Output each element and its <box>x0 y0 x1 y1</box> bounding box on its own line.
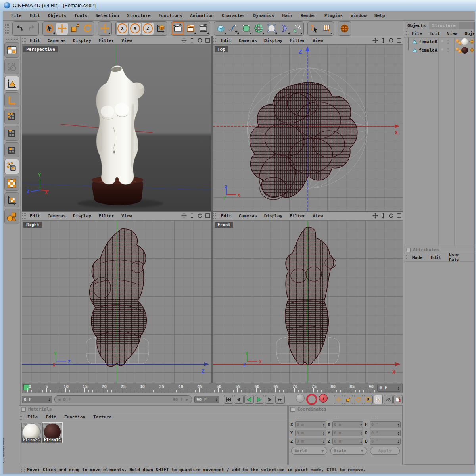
object-row-femaleB[interactable]: femaleB <box>404 38 474 46</box>
vp-menu-view[interactable]: View <box>118 37 135 44</box>
redo-button[interactable] <box>26 22 38 35</box>
animation-mode-button[interactable] <box>4 159 19 174</box>
objects-menu-edit[interactable]: Edit <box>426 30 444 37</box>
vp-menu-filter[interactable]: Filter <box>286 37 309 44</box>
menu-help[interactable]: Help <box>370 12 389 19</box>
editor-visibility-dot[interactable] <box>447 48 449 50</box>
zoom-icon[interactable] <box>380 213 387 219</box>
coordinate-system-button[interactable] <box>154 22 167 35</box>
play-button[interactable] <box>255 395 264 404</box>
move-global-button[interactable] <box>99 22 111 35</box>
materials-menu-file[interactable]: File <box>23 414 42 420</box>
goto-start-button[interactable] <box>224 395 233 404</box>
menu-window[interactable]: Window <box>347 12 370 19</box>
position-x-input[interactable]: 0 m▲▼ <box>295 421 326 428</box>
objects-menu-view[interactable]: View <box>443 30 461 37</box>
command-manager-button[interactable]: ? <box>321 22 333 35</box>
apply-button[interactable]: Apply <box>370 447 400 455</box>
add-array-button[interactable] <box>253 22 265 35</box>
menu-selection[interactable]: Selection <box>91 12 123 19</box>
object-mode-button[interactable] <box>4 209 19 224</box>
vp-menu-edit[interactable]: Edit <box>218 37 235 44</box>
attributes-menu-userdata[interactable]: User Data <box>445 251 474 263</box>
visibility-tag-dot[interactable] <box>458 42 461 45</box>
viewport-header-grip[interactable] <box>22 213 26 219</box>
menu-animation[interactable]: Animation <box>186 12 218 19</box>
object-axis-mode-button[interactable] <box>4 92 19 107</box>
add-generator-button[interactable] <box>240 22 252 35</box>
maximize-view-icon[interactable] <box>395 37 403 44</box>
material-blinn2S[interactable]: blinn2S <box>21 423 41 443</box>
tab-structure[interactable]: Structure <box>429 22 459 29</box>
top-canvas[interactable]: Top Z <box>213 45 403 211</box>
size-x-input[interactable]: 0 m▲▼ <box>332 421 363 428</box>
texture-axis-mode-button[interactable] <box>4 192 19 207</box>
vp-menu-filter[interactable]: Filter <box>286 213 309 219</box>
add-spline-button[interactable] <box>227 22 240 35</box>
panel-pin-icon[interactable] <box>406 248 411 252</box>
panel-pin-icon[interactable] <box>290 407 295 412</box>
phong-tag-icon[interactable] <box>469 47 474 53</box>
motion-clip-button[interactable] <box>393 395 403 404</box>
end-frame-input[interactable]: 90 F ▲▼ <box>194 396 219 403</box>
play-backward-button[interactable] <box>244 395 254 404</box>
vp-menu-view[interactable]: View <box>309 213 326 219</box>
rotate-view-icon[interactable] <box>196 213 203 219</box>
record-disabled-button[interactable] <box>296 394 305 403</box>
key-pla-button[interactable] <box>374 395 383 404</box>
polygons-mode-button[interactable] <box>4 142 19 157</box>
frame-field[interactable]: 0 F ▲▼ <box>377 384 401 392</box>
pan-icon[interactable] <box>372 213 379 219</box>
menu-render[interactable]: Render <box>297 12 321 19</box>
maximize-view-icon[interactable] <box>204 37 211 44</box>
rotate-tool-button[interactable] <box>81 22 94 35</box>
key-rotation-button[interactable] <box>354 395 363 404</box>
pan-icon[interactable] <box>180 213 188 219</box>
menu-file[interactable]: File <box>7 12 26 19</box>
help-button[interactable]: ? <box>308 22 321 35</box>
rotate-view-icon[interactable] <box>388 213 395 219</box>
visibility-tag-dot[interactable] <box>458 50 461 53</box>
menu-dynamics[interactable]: Dynamics <box>250 12 278 19</box>
menu-functions[interactable]: Functions <box>155 12 186 19</box>
model-mode-button[interactable] <box>4 76 19 91</box>
size-z-input[interactable]: 0 m▲▼ <box>332 438 363 445</box>
move-tool-button[interactable] <box>56 22 68 35</box>
tab-objects[interactable]: Objects <box>404 22 429 29</box>
render-visibility-dot[interactable] <box>447 51 449 52</box>
phong-tag-icon[interactable] <box>469 39 474 44</box>
undo-button[interactable] <box>13 22 25 35</box>
front-canvas[interactable]: Front X <box>213 220 403 383</box>
coordinate-space-dropdown[interactable]: World▼ <box>291 447 327 455</box>
scale-mode-dropdown[interactable]: Scale▼ <box>330 447 367 455</box>
vp-menu-display[interactable]: Display <box>70 213 94 219</box>
vp-menu-cameras[interactable]: Cameras <box>44 37 69 44</box>
frame-range-slider[interactable]: ◀ 0 F 90 F ▶ <box>54 395 192 403</box>
vp-menu-cameras[interactable]: Cameras <box>44 213 69 219</box>
menu-plugins[interactable]: Plugins <box>321 12 347 19</box>
live-selection-button[interactable] <box>43 22 56 35</box>
panel-pin-icon[interactable] <box>21 407 26 412</box>
vp-menu-edit[interactable]: Edit <box>27 37 44 44</box>
previous-key-button[interactable] <box>234 395 244 404</box>
material-blinn1S[interactable]: blinn1S <box>42 423 62 443</box>
menu-character[interactable]: Character <box>218 12 250 19</box>
enable-dot[interactable] <box>441 48 444 52</box>
keyframe-selection-button[interactable] <box>384 395 393 404</box>
position-y-input[interactable]: 0 m▲▼ <box>295 430 326 436</box>
materials-menu-function[interactable]: Function <box>60 414 89 420</box>
scale-tool-button[interactable] <box>69 22 81 35</box>
materials-menu-edit[interactable]: Edit <box>42 414 61 420</box>
make-editable-button[interactable] <box>4 42 19 58</box>
objects-menu-file[interactable]: File <box>408 30 426 37</box>
next-key-button[interactable] <box>265 395 274 404</box>
timeline-track[interactable]: 0 5 10 15 20 25 30 35 40 45 50 55 60 65 … <box>22 383 403 393</box>
vp-menu-edit[interactable]: Edit <box>27 213 44 219</box>
rotate-view-icon[interactable] <box>388 37 395 44</box>
rotation-h-input[interactable]: 0 °▲▼ <box>370 421 401 428</box>
autokey-button[interactable] <box>306 394 317 405</box>
texture-mode-button[interactable] <box>4 176 19 191</box>
materials-menu-texture[interactable]: Texture <box>89 414 115 420</box>
vp-menu-filter[interactable]: Filter <box>95 213 117 219</box>
key-position-button[interactable] <box>334 395 343 404</box>
